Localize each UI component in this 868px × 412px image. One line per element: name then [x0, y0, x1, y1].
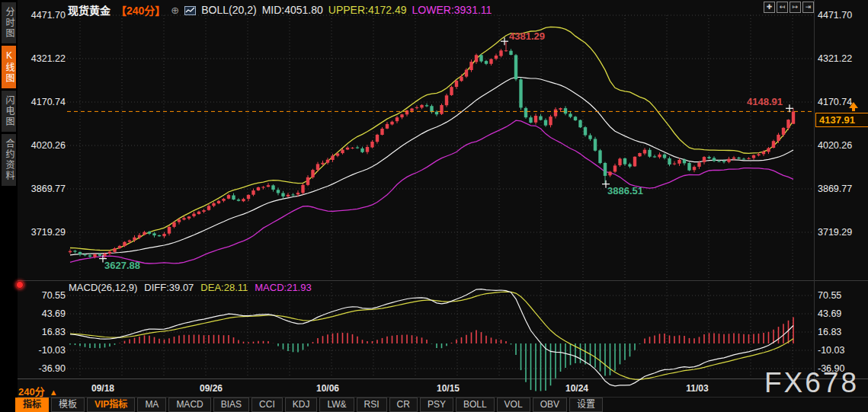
macd-axis-label: -36.90 — [20, 363, 66, 374]
price-axis-label: 4321.22 — [20, 53, 66, 64]
sidebar: 分时图 K线图 闪电图 合约资料 — [0, 0, 18, 412]
price-axis-label: 3719.29 — [818, 227, 852, 238]
toolbar-item-vol[interactable]: VOL — [497, 398, 530, 412]
toolbar-item-ma[interactable]: MA — [137, 398, 166, 412]
price-axis-label: 4170.74 — [20, 97, 66, 107]
toolbar-item-bias[interactable]: BIAS — [213, 398, 249, 412]
date-axis-label: 10/15 — [437, 383, 460, 394]
price-axis-label: 3719.29 — [20, 227, 66, 238]
price-axis-label: 4321.22 — [818, 53, 852, 64]
toolbar-item-cci[interactable]: CCI — [251, 398, 283, 412]
toolbar-item-settings[interactable]: 设置 — [569, 398, 603, 412]
macd-axis-label: 16.83 — [20, 327, 66, 337]
chart-header: 现货黄金 【240分】 ⊕ BOLL(20,2) MID:4051.80 UPP… — [68, 2, 492, 18]
sidebar-tab-flash[interactable]: 闪电图 — [2, 91, 16, 132]
boll-lower-value: LOWER:3931.11 — [412, 4, 492, 16]
macd-header: MACD(26,12,9) DIFF:39.07 DEA:28.11 MACD:… — [69, 282, 312, 293]
trading-app: 分时图 K线图 闪电图 合约资料 现货黄金 【240分】 ⊕ BOLL(20,2… — [0, 0, 868, 412]
circle-plus-icon[interactable]: ⊕ — [171, 5, 179, 16]
macd-params-label: MACD(26,12,9) — [69, 282, 137, 293]
macd-value: MACD:21.93 — [255, 282, 311, 293]
macd-axis-label: 43.69 — [20, 308, 66, 319]
candlestick-chart[interactable] — [0, 0, 868, 412]
price-axis-label: 4020.26 — [818, 140, 852, 151]
date-axis-label: 11/03 — [686, 383, 708, 394]
toolbar-item-indicators[interactable]: 指标 — [15, 398, 49, 412]
date-axis-label: 10/24 — [565, 383, 588, 394]
toolbar-item-template[interactable]: 模板 — [51, 398, 85, 412]
sidebar-tab-contract-info[interactable]: 合约资料 — [2, 134, 16, 186]
price-axis-label: 4170.74 — [818, 97, 852, 107]
swing-high-label: 4148.91 — [747, 96, 783, 107]
toolbar-item-psy[interactable]: PSY — [420, 398, 453, 412]
boll-label: BOLL(20,2) — [201, 4, 256, 16]
macd-axis-label: -10.03 — [20, 345, 66, 356]
macd-dea-value: DEA:28.11 — [200, 282, 248, 293]
macd-axis-label: 70.55 — [818, 290, 841, 301]
sidebar-tab-kline[interactable]: K线图 — [2, 46, 16, 88]
price-axis-label: 4471.70 — [818, 10, 852, 21]
zoom-x-out-icon[interactable]: ↤ — [777, 2, 788, 13]
swing-low-label: 3886.51 — [607, 185, 643, 196]
current-price-badge: 4137.91 — [815, 113, 868, 127]
chart-tools: ✚ ↤ ↦ ⇥ — [764, 2, 814, 13]
macd-axis-label: -10.03 — [818, 345, 844, 356]
macd-axis-label: 43.69 — [818, 308, 841, 319]
macd-diff-value: DIFF:39.07 — [144, 282, 194, 293]
indicator-toolbar: 指标 模板 VIP指标 MA MACD BIAS CCI KDJ LW& RSI… — [15, 398, 603, 412]
period-badge[interactable]: 240分▲ — [18, 384, 58, 398]
toolbar-item-vip-indicators[interactable]: VIP指标 — [87, 398, 135, 412]
price-axis-label: 3869.77 — [818, 184, 852, 194]
boll-upper-value: UPPER:4172.49 — [328, 4, 407, 16]
boll-mid-value: MID:4051.80 — [262, 4, 323, 16]
date-axis-label: 10/06 — [316, 383, 339, 394]
symbol-name: 现货黄金 — [68, 2, 111, 18]
period-label[interactable]: 【240分】 — [116, 2, 165, 18]
date-axis-label: 09/26 — [200, 383, 223, 394]
period-badge-label: 240分 — [18, 386, 45, 398]
toolbar-item-boll[interactable]: BOLL — [456, 398, 495, 412]
toolbar-item-obv[interactable]: OBV — [533, 398, 567, 412]
session-high-label: 4381.29 — [509, 30, 545, 42]
price-up-arrow-icon — [849, 102, 858, 108]
price-axis-label: 4471.70 — [20, 10, 66, 21]
toolbar-item-cr[interactable]: CR — [389, 398, 418, 412]
period-low-label: 3627.88 — [104, 260, 140, 271]
macd-axis-label: 16.83 — [818, 327, 841, 337]
alert-icon[interactable] — [16, 281, 24, 289]
up-triangle-icon: ▲ — [50, 388, 58, 397]
toolbar-item-kdj[interactable]: KDJ — [285, 398, 318, 412]
toolbar-item-lw[interactable]: LW& — [319, 398, 354, 412]
macd-axis-label: 70.55 — [20, 290, 66, 301]
price-axis-label: 4020.26 — [20, 140, 66, 151]
toolbar-item-macd[interactable]: MACD — [168, 398, 210, 412]
price-axis-label: 3869.77 — [20, 184, 66, 194]
zoom-x-in-icon[interactable]: ↦ — [790, 2, 801, 13]
macd-axis-label: -36.90 — [818, 363, 844, 374]
toolbar-item-rsi[interactable]: RSI — [357, 398, 387, 412]
crosshair-icon[interactable]: ✚ — [764, 2, 775, 13]
pan-right-icon[interactable]: ⇥ — [802, 2, 814, 13]
mini-chart-icon[interactable] — [184, 5, 196, 14]
date-axis-label: 09/18 — [91, 383, 114, 394]
sidebar-tab-timeline[interactable]: 分时图 — [2, 2, 16, 43]
